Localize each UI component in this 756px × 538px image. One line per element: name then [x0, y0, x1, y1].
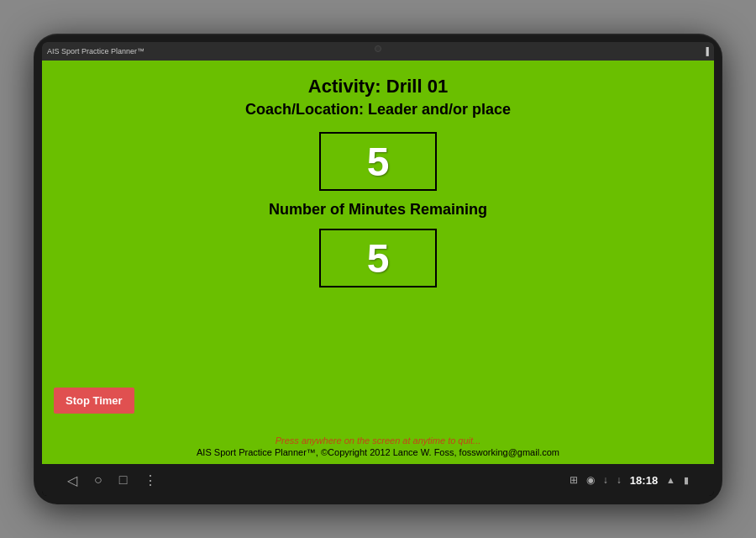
stop-timer-button[interactable]: Stop Timer [54, 388, 134, 414]
app-content: Activity: Drill 01 Coach/Location: Leade… [42, 61, 714, 464]
minutes-value: 5 [367, 235, 390, 282]
battery-icon: ▮ [684, 475, 689, 486]
timer-display-box: 5 [319, 132, 437, 191]
minutes-display-box: 5 [319, 229, 437, 287]
signal-icon: ▐ [704, 47, 709, 55]
nav-right-icons: ⊞ ◉ ↓ ↓ 18:18 ▲ ▮ [570, 474, 689, 487]
minutes-label: Number of Minutes Remaining [269, 201, 487, 219]
download-icon: ↓ [603, 474, 608, 486]
time-display: 18:18 [630, 474, 658, 487]
tablet-device: AIS Sport Practice Planner™ ▐ Activity: … [34, 34, 722, 504]
timer-value: 5 [367, 139, 390, 185]
camera-lens [375, 45, 381, 52]
back-button[interactable]: ◁ [67, 472, 77, 488]
status-bar-right: ▐ [704, 47, 709, 55]
nav-bar: ◁ ○ □ ⋮ ⊞ ◉ ↓ ↓ 18:18 ▲ ▮ [42, 464, 714, 496]
app-title-status: AIS Sport Practice Planner™ [47, 47, 144, 55]
copyright-text: AIS Sport Practice Planner™, ©Copyright … [42, 447, 714, 457]
menu-button[interactable]: ⋮ [144, 472, 157, 488]
download-icon-2: ↓ [617, 474, 622, 486]
screen: AIS Sport Practice Planner™ ▐ Activity: … [42, 42, 714, 496]
press-anywhere-text: Press anywhere on the screen at anytime … [42, 435, 714, 446]
activity-title: Activity: Drill 01 [308, 76, 448, 98]
coach-location: Coach/Location: Leader and/or place [245, 101, 511, 119]
grid-icon: ⊞ [570, 474, 578, 486]
nav-left-icons: ◁ ○ □ ⋮ [67, 472, 157, 488]
home-button[interactable]: ○ [94, 472, 102, 488]
footer-area: Press anywhere on the screen at anytime … [42, 435, 714, 457]
wifi-icon: ▲ [666, 475, 675, 485]
android-icon: ◉ [586, 474, 595, 486]
recent-apps-button[interactable]: □ [119, 472, 128, 488]
